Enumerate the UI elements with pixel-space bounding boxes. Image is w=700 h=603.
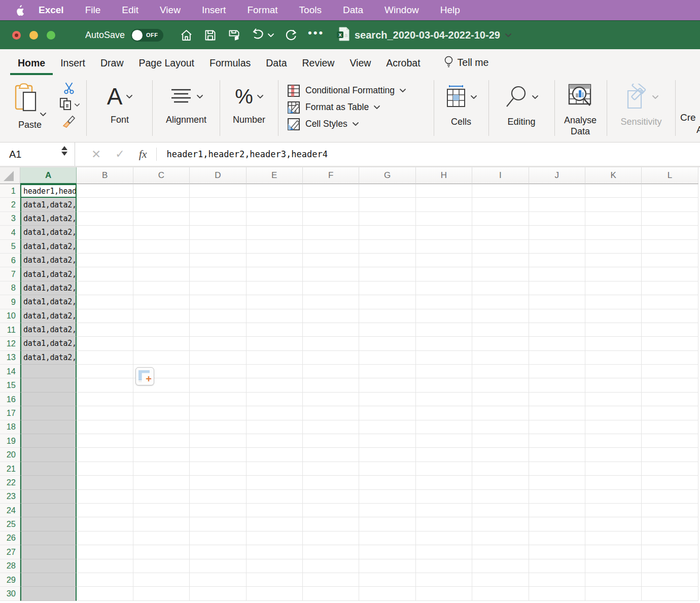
cell-J1[interactable] [529, 184, 585, 198]
cell-B29[interactable] [77, 573, 133, 587]
cell-I7[interactable] [472, 267, 529, 281]
cell-E7[interactable] [247, 267, 303, 281]
cell-H8[interactable] [416, 281, 472, 295]
row-header-26[interactable]: 26 [0, 531, 20, 545]
cell-B19[interactable] [77, 434, 133, 448]
cell-H18[interactable] [416, 420, 472, 434]
cell-K7[interactable] [585, 267, 642, 281]
menu-file[interactable]: File [75, 5, 112, 16]
cell-B2[interactable] [77, 198, 133, 211]
row-header-27[interactable]: 27 [0, 545, 20, 559]
cell-L12[interactable] [642, 337, 698, 350]
cell-H21[interactable] [416, 462, 472, 476]
cell-K24[interactable] [585, 504, 642, 517]
redo-icon[interactable] [284, 28, 298, 42]
row-header-22[interactable]: 22 [0, 476, 20, 489]
cell-G13[interactable] [359, 351, 415, 365]
clipped-ribbon-group[interactable]: Cre A [680, 112, 700, 136]
document-title-dropdown-icon[interactable] [505, 33, 511, 38]
cell-D28[interactable] [190, 559, 246, 573]
cell-K11[interactable] [585, 323, 642, 337]
cell-F12[interactable] [303, 337, 359, 350]
cell-I22[interactable] [472, 476, 529, 489]
cell-I1[interactable] [472, 184, 529, 198]
more-commands-icon[interactable]: ••• [308, 30, 324, 40]
cell-F10[interactable] [303, 309, 359, 323]
column-header-J[interactable]: J [529, 167, 585, 184]
cell-L7[interactable] [642, 267, 698, 281]
cell-F23[interactable] [303, 490, 359, 504]
cell-B21[interactable] [77, 462, 133, 476]
cell-F24[interactable] [303, 504, 359, 517]
cell-L16[interactable] [642, 393, 698, 406]
column-header-A[interactable]: A [20, 167, 77, 184]
cell-G6[interactable] [359, 254, 415, 267]
cell-L11[interactable] [642, 323, 698, 337]
cell-D13[interactable] [190, 351, 246, 365]
cell-G5[interactable] [359, 240, 415, 254]
menu-data[interactable]: Data [332, 5, 374, 16]
cell-D25[interactable] [190, 517, 246, 531]
cell-I19[interactable] [472, 434, 529, 448]
cell-F20[interactable] [303, 448, 359, 462]
cell-C3[interactable] [133, 212, 190, 226]
cell-A8[interactable]: data1,data2, [20, 281, 77, 295]
cell-G14[interactable] [359, 365, 415, 378]
cell-K15[interactable] [585, 378, 642, 392]
cell-K12[interactable] [585, 337, 642, 350]
cell-G22[interactable] [359, 476, 415, 489]
tab-formulas[interactable]: Formulas [202, 57, 258, 75]
cell-I28[interactable] [472, 559, 529, 573]
cell-A22[interactable] [20, 476, 77, 489]
editing-group[interactable]: Editing [492, 80, 551, 127]
column-header-K[interactable]: K [585, 167, 642, 184]
row-header-25[interactable]: 25 [0, 517, 20, 531]
cell-J12[interactable] [529, 337, 585, 350]
format-as-table-button[interactable]: Format as Table [287, 99, 432, 116]
copy-icon[interactable] [59, 97, 72, 113]
cell-I30[interactable] [472, 587, 529, 600]
cell-H9[interactable] [416, 295, 472, 309]
cell-A9[interactable]: data1,data2, [20, 295, 77, 309]
cell-E9[interactable] [247, 295, 303, 309]
apple-menu-icon[interactable] [15, 5, 24, 16]
cell-E3[interactable] [247, 212, 303, 226]
row-header-2[interactable]: 2 [0, 198, 20, 211]
tab-draw[interactable]: Draw [93, 57, 131, 75]
cell-H12[interactable] [416, 337, 472, 350]
cell-L6[interactable] [642, 254, 698, 267]
cell-K20[interactable] [585, 448, 642, 462]
cell-J28[interactable] [529, 559, 585, 573]
cell-G28[interactable] [359, 559, 415, 573]
cell-L2[interactable] [642, 198, 698, 211]
cell-L4[interactable] [642, 226, 698, 239]
cell-F21[interactable] [303, 462, 359, 476]
cell-A2[interactable]: data1,data2, [20, 198, 77, 211]
row-header-23[interactable]: 23 [0, 490, 20, 504]
cell-D24[interactable] [190, 504, 246, 517]
cell-G11[interactable] [359, 323, 415, 337]
cell-J2[interactable] [529, 198, 585, 211]
column-header-L[interactable]: L [642, 167, 698, 184]
cell-K26[interactable] [585, 531, 642, 545]
cell-L27[interactable] [642, 545, 698, 559]
cell-I11[interactable] [472, 323, 529, 337]
cell-A14[interactable] [20, 365, 77, 378]
cell-L3[interactable] [642, 212, 698, 226]
cell-J30[interactable] [529, 587, 585, 600]
row-header-17[interactable]: 17 [0, 406, 20, 420]
cell-F28[interactable] [303, 559, 359, 573]
row-header-20[interactable]: 20 [0, 448, 20, 462]
menu-excel[interactable]: Excel [31, 5, 75, 16]
cell-K25[interactable] [585, 517, 642, 531]
cell-G9[interactable] [359, 295, 415, 309]
cell-D14[interactable] [190, 365, 246, 378]
cell-C17[interactable] [133, 406, 190, 420]
cell-L26[interactable] [642, 531, 698, 545]
conditional-formatting-button[interactable]: Conditional Formatting [287, 82, 432, 99]
tab-review[interactable]: Review [294, 57, 342, 75]
cell-styles-button[interactable]: Cell Styles [287, 116, 432, 132]
cell-H22[interactable] [416, 476, 472, 489]
cell-D10[interactable] [190, 309, 246, 323]
zoom-window-button[interactable] [47, 31, 55, 40]
